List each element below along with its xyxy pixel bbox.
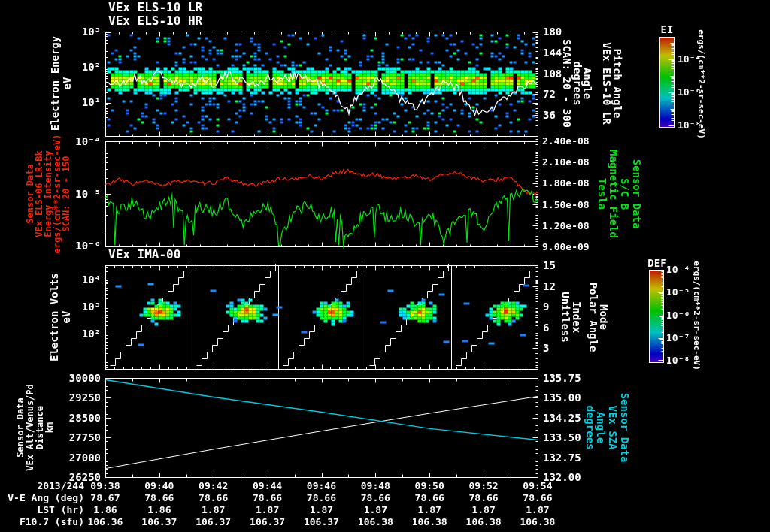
time-tick-label: 09:52	[456, 481, 511, 491]
lst-row: 1.861.861.871.871.871.871.871.871.87	[78, 505, 565, 515]
lst-value: 1.87	[295, 505, 349, 515]
time-tick-label: 09:42	[186, 481, 241, 491]
tick-label: 30000	[44, 373, 101, 384]
title-ima: VEx IMA-00	[108, 248, 180, 261]
lst-value: 1.87	[186, 505, 241, 515]
date-label: 2013/244	[0, 481, 84, 491]
time-tick-label: 09:44	[241, 481, 295, 491]
ve-ang-value: 78.66	[348, 493, 402, 503]
time-tick-label: 09:48	[348, 481, 402, 491]
time-axis-row: 09:3809:4009:4209:4409:4609:4809:5009:52…	[78, 481, 565, 491]
lst-label: LST (hr)	[0, 505, 84, 515]
ve-ang-value: 78.66	[511, 493, 565, 503]
f107-value: 106.37	[186, 517, 241, 527]
f107-label: F10.7 (sfu)	[0, 517, 84, 527]
title-els-lr: VEx ELS-10 LR	[108, 1, 202, 14]
tick-label: 180	[543, 26, 581, 38]
ve-ang-value: 78.66	[186, 493, 241, 503]
ve-ang-value: 78.66	[132, 493, 186, 503]
tick-label: 1.80e-08	[542, 178, 590, 188]
tick-label: 132.75	[543, 452, 585, 464]
colorbar2-label: DEF	[647, 258, 667, 269]
ve-ang-row: 78.6778.6678.6678.6678.6678.6678.6678.66…	[78, 493, 565, 503]
time-tick-label: 09:38	[78, 481, 132, 491]
lst-value: 1.87	[402, 505, 456, 515]
colorbar1-label: EI	[659, 24, 675, 35]
plot-page: VEx ELS-10 LR VEx ELS-10 HR VEx IMA-00 1…	[0, 0, 770, 532]
f107-value: 106.37	[132, 517, 186, 527]
f107-value: 106.36	[78, 517, 132, 527]
ve-ang-value: 78.66	[402, 493, 456, 503]
time-tick-label: 09:54	[511, 481, 565, 491]
title-els-hr: VEx ELS-10 HR	[108, 14, 202, 27]
tick-label: 29250	[44, 392, 101, 404]
tick-label: 135.00	[543, 392, 585, 404]
p2-right-axis-ticks: 2.40e-082.10e-081.80e-081.50e-081.20e-08…	[542, 136, 590, 252]
tick-label: 1.50e-08	[542, 200, 590, 210]
tick-label: 134.25	[543, 413, 585, 424]
lst-value: 1.87	[456, 505, 511, 515]
ve-ang-value: 78.67	[78, 493, 132, 503]
time-tick-label: 09:46	[295, 481, 349, 491]
tick-label: 135.75	[543, 373, 585, 384]
p4-right-axis-ticks: 135.75135.00134.25133.50132.75132.00	[543, 373, 585, 483]
f107-value: 106.37	[241, 517, 295, 527]
tick-label: 2.40e-08	[542, 136, 590, 146]
lst-value: 1.87	[511, 505, 565, 515]
f107-value: 106.38	[456, 517, 511, 527]
tick-label: 27750	[44, 432, 101, 443]
ve-ang-value: 78.66	[295, 493, 349, 503]
f107-value: 106.38	[402, 517, 456, 527]
tick-label: 27000	[44, 452, 101, 464]
ve-ang-value: 78.66	[456, 493, 511, 503]
tick-label: 3	[543, 343, 573, 354]
f107-value: 106.38	[511, 517, 565, 527]
time-tick-label: 09:40	[132, 481, 186, 491]
lst-value: 1.86	[78, 505, 132, 515]
lst-value: 1.86	[132, 505, 186, 515]
tick-label: 133.50	[543, 432, 585, 443]
lst-value: 1.87	[241, 505, 295, 515]
ve-ang-label: V-E Ang (deg)	[0, 493, 84, 503]
tick-label: 15	[543, 260, 573, 271]
tick-label: 12	[543, 281, 573, 292]
tick-label: 1.20e-08	[542, 221, 590, 231]
tick-label: 9.00e-09	[542, 242, 590, 252]
lst-value: 1.87	[348, 505, 402, 515]
ve-ang-value: 78.66	[241, 493, 295, 503]
f107-value: 106.38	[348, 517, 402, 527]
f107-row: 106.36106.37106.37106.37106.37106.38106.…	[78, 517, 565, 527]
time-tick-label: 09:50	[402, 481, 456, 491]
f107-value: 106.37	[295, 517, 349, 527]
tick-label: 2.10e-08	[542, 157, 590, 167]
